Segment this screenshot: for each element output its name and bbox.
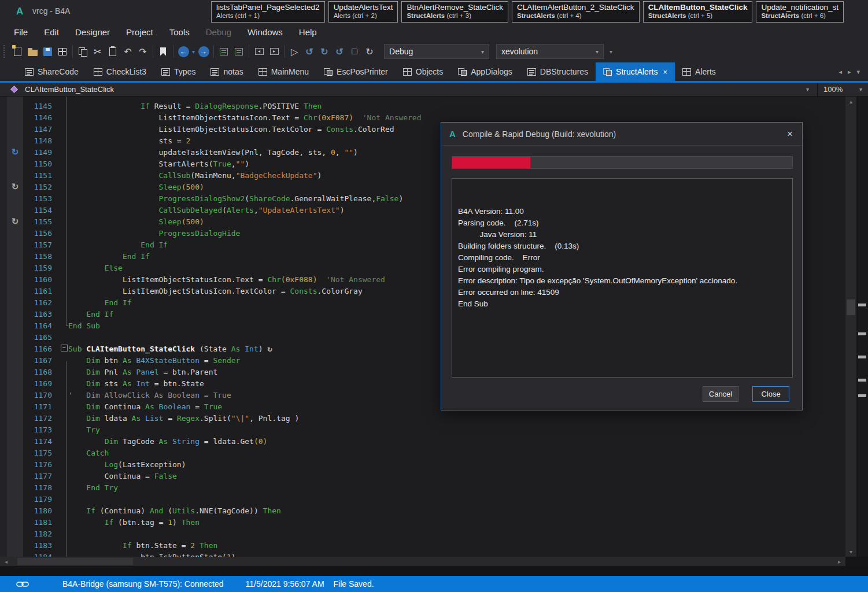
fold-bracket	[66, 97, 67, 325]
menu-item[interactable]: File	[6, 25, 36, 39]
bookmark-chip[interactable]: listsTabPanel_PageSelected2 Alerts (ctrl…	[211, 1, 325, 23]
code-line-text: Sleep(500)	[68, 183, 204, 191]
bookmark-chip[interactable]: Update_notification_st StructAlerts (ctr…	[756, 1, 844, 23]
run-button[interactable]: ▷	[287, 44, 302, 59]
close-icon[interactable]: ×	[663, 68, 667, 76]
module-tab[interactable]: AppDialogs	[450, 62, 520, 81]
tab-scroll-controls: ◂ ▸ ▾	[839, 62, 868, 81]
bookmark-chip[interactable]: CLAItemButton_StateClick StructAlerts (c…	[643, 1, 753, 23]
bookmark-button[interactable]	[156, 44, 171, 59]
comment-button[interactable]	[216, 44, 231, 59]
bookmark-sub-name: CLAItemAlertButton_2_StateClick	[517, 3, 634, 12]
tab-scroll-left-icon[interactable]: ◂	[839, 68, 842, 76]
run-icon: ▷	[291, 46, 298, 57]
menu-item[interactable]: Debug	[198, 25, 239, 39]
uncomment-button[interactable]	[231, 44, 246, 59]
build-configuration-select[interactable]: xevolution ▾	[496, 44, 604, 59]
compile-log-line: Java Version: 11	[458, 229, 786, 240]
new-file-button[interactable]	[10, 44, 25, 59]
paste-button[interactable]	[105, 44, 120, 59]
undo-button[interactable]: ↶	[120, 44, 135, 59]
next-sub-button[interactable]: ▸	[267, 44, 282, 59]
resume-button[interactable]: ↺	[302, 44, 317, 59]
open-project-button[interactable]	[25, 44, 40, 59]
bookmark-chip[interactable]: CLAItemAlertButton_2_StateClick StructAl…	[512, 1, 640, 23]
debug-mode-select[interactable]: Debug ▾	[384, 44, 489, 59]
module-tab[interactable]: CheckList3	[86, 62, 154, 81]
navigate-forward-button[interactable]: →	[196, 44, 211, 59]
code-line-text: ListItemObjectStatusIcon.TextColor = Con…	[68, 287, 363, 295]
module-tab-label: Alerts	[695, 67, 716, 76]
menu-item[interactable]: Help	[291, 25, 325, 39]
editor-zoom-select[interactable]: 100% ▾	[817, 83, 868, 96]
tab-overflow-icon[interactable]: ▾	[856, 68, 860, 76]
scroll-left-icon[interactable]: ◂	[5, 558, 8, 565]
redo-button[interactable]: ↷	[135, 44, 150, 59]
vertical-scrollbar[interactable]: ▴ ▾	[845, 97, 856, 557]
step-into-button[interactable]: ↻	[317, 44, 332, 59]
module-tab[interactable]: StructAlerts ×	[596, 62, 675, 81]
compile-button[interactable]: ↻	[362, 44, 377, 59]
module-tab[interactable]: Objects	[396, 62, 450, 81]
module-tab[interactable]: MainMenu	[251, 62, 316, 81]
cancel-button[interactable]: Cancel	[703, 386, 738, 402]
scroll-down-icon[interactable]: ▾	[845, 549, 856, 555]
breakpoint-margin[interactable]	[0, 97, 7, 557]
line-number: 1173	[23, 426, 52, 434]
menu-item[interactable]: Project	[118, 25, 161, 39]
module-tab[interactable]: notas	[203, 62, 250, 81]
line-number: 1171	[23, 402, 52, 411]
chevron-down-icon[interactable]: ▾	[806, 86, 817, 92]
code-line: 1181 If (btn.tag = 1) Then	[23, 516, 845, 528]
module-type-icon	[94, 68, 102, 76]
line-number: 1176	[23, 460, 52, 469]
file-saved-status: File Saved.	[334, 579, 374, 589]
line-number: 1162	[23, 298, 52, 307]
line-number: 1161	[23, 287, 52, 295]
bookmark-chip[interactable]: UpdateAlertsText Alerts (ctrl + 2)	[328, 1, 398, 23]
menu-item[interactable]: Windows	[239, 25, 291, 39]
module-tab[interactable]: Types	[154, 62, 203, 81]
horizontal-scrollbar-thumb[interactable]	[17, 558, 133, 565]
toolbar-overflow-button[interactable]: ▾	[610, 49, 612, 55]
toolbar-separator	[213, 45, 214, 58]
horizontal-scrollbar[interactable]: ◂ ▸	[0, 557, 845, 566]
copy-button[interactable]	[75, 44, 90, 59]
step-over-button[interactable]: ↺	[332, 44, 347, 59]
navigate-history-dropdown[interactable]: ▾	[192, 49, 195, 55]
stop-icon: □	[352, 46, 357, 57]
dialog-close-icon[interactable]: ×	[787, 128, 793, 140]
module-type-icon	[324, 68, 333, 76]
dialog-title-bar[interactable]: A Compile & Rapid Debug (Build: xevoluti…	[441, 123, 802, 146]
bookmark-sub-name: UpdateAlertsText	[334, 3, 393, 12]
bookmark-chip[interactable]: BtnAlertRemove_StateClick StructAlerts (…	[401, 1, 508, 23]
save-button[interactable]	[40, 44, 55, 59]
compile-log-box[interactable]: B4A Version: 11.00Parsing code. (2.71s) …	[452, 178, 793, 378]
editor-sub-selector[interactable]: CLAItemButton_StateClick ▾ 100% ▾	[0, 83, 868, 97]
toolbar-grip[interactable]	[3, 45, 7, 58]
bookmark-shortcut: (ctrl + 1)	[235, 12, 260, 19]
module-tab[interactable]: Alerts	[675, 62, 723, 81]
compile-log-line: Error compiling program.	[458, 264, 786, 275]
previous-sub-button[interactable]: ◂	[252, 44, 267, 59]
close-button[interactable]: Close	[752, 386, 789, 402]
module-tab[interactable]: EscPosPrinter	[316, 62, 396, 81]
menu-item[interactable]: Tools	[161, 25, 198, 39]
export-package-button[interactable]	[55, 44, 70, 59]
bookmark-icon	[160, 47, 166, 56]
compile-progress-fill	[452, 157, 530, 168]
scroll-up-icon[interactable]: ▴	[845, 98, 856, 105]
stop-button[interactable]: □	[347, 44, 362, 59]
fold-collapse-icon[interactable]: −	[61, 345, 68, 352]
line-number: 1177	[23, 472, 52, 480]
module-tab[interactable]: DBStructures	[520, 62, 596, 81]
scroll-right-icon[interactable]: ▸	[838, 558, 841, 565]
vertical-scrollbar-thumb[interactable]	[847, 299, 855, 315]
tab-scroll-right-icon[interactable]: ▸	[848, 68, 851, 76]
menu-item[interactable]: Designer	[67, 25, 118, 39]
cut-button[interactable]: ✂	[90, 44, 105, 59]
code-line-text: End If	[68, 252, 150, 261]
menu-item[interactable]: Edit	[36, 25, 67, 39]
navigate-back-button[interactable]: ←	[176, 44, 191, 59]
module-tab[interactable]: ShareCode	[17, 62, 86, 81]
